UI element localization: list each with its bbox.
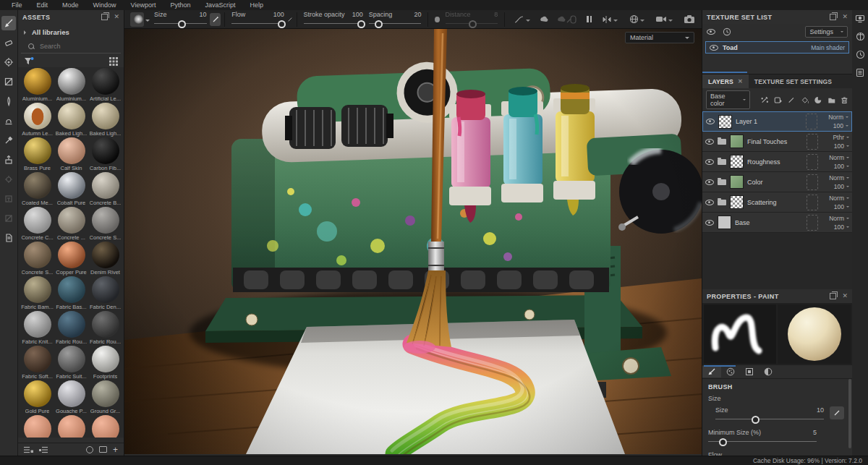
layer-row-layer-1[interactable]: Layer 1Norm100 — [702, 111, 852, 132]
noise-icon[interactable] — [539, 15, 549, 23]
visibility-icon[interactable] — [705, 139, 714, 145]
noise-secondary-icon[interactable] — [556, 15, 566, 23]
asset-item[interactable]: Aluminium... — [54, 67, 88, 102]
clone-tool[interactable] — [1, 114, 16, 128]
log-icon[interactable] — [856, 68, 864, 77]
folder-icon[interactable] — [718, 159, 726, 165]
horizontal-scrollbar[interactable] — [702, 71, 852, 74]
visibility-icon[interactable] — [705, 220, 714, 226]
blend-mode-dropdown[interactable]: Norm — [829, 154, 849, 161]
layer-row-color[interactable]: ColorNorm100 — [702, 172, 852, 192]
asset-item[interactable]: Gouache P... — [54, 380, 88, 414]
asset-item[interactable]: Carbon Fib... — [88, 137, 122, 171]
channel-dropdown[interactable]: Base color — [706, 90, 750, 109]
stroke-preview[interactable] — [704, 304, 776, 364]
opacity-dropdown[interactable]: 100 — [834, 163, 849, 170]
close-panel-icon[interactable]: ✕ — [114, 14, 119, 20]
shading-mode-dropdown[interactable]: Material — [625, 32, 694, 43]
texture-set-settings-dropdown[interactable]: Settings — [805, 26, 848, 38]
blend-mode-dropdown[interactable]: Pthr — [833, 134, 849, 141]
tab-alpha-properties[interactable] — [721, 366, 740, 377]
asset-item[interactable] — [88, 414, 122, 438]
blend-mode-dropdown[interactable]: Norm — [829, 195, 849, 202]
close-panel-icon[interactable]: ✕ — [842, 14, 848, 20]
brush-size-slider[interactable] — [715, 416, 824, 423]
video-camera-icon[interactable] — [656, 15, 674, 24]
blend-mode-dropdown[interactable]: Norm — [829, 174, 849, 182]
grid-view-icon[interactable] — [109, 57, 118, 66]
visibility-icon[interactable] — [705, 159, 714, 165]
layer-row-scattering[interactable]: ScatteringNorm100 — [702, 192, 852, 213]
export-resources-tool[interactable] — [1, 153, 16, 167]
layer-thumbnail[interactable] — [730, 195, 744, 209]
asset-item[interactable]: Footprints — [88, 345, 122, 380]
asset-item[interactable]: Concrete S... — [20, 241, 54, 276]
menu-item-edit[interactable]: Edit — [30, 1, 56, 9]
opacity-dropdown[interactable]: 100 — [834, 223, 849, 231]
asset-item[interactable]: Fabric Rou... — [54, 310, 88, 345]
shader-settings-icon[interactable] — [856, 32, 865, 41]
history-icon[interactable] — [723, 27, 731, 36]
asset-item[interactable]: Autumn Le... — [20, 102, 54, 137]
history-icon[interactable] — [856, 50, 865, 59]
close-panel-icon[interactable]: ✕ — [842, 293, 848, 299]
opacity-dropdown[interactable]: 100 — [834, 203, 849, 210]
size-slider[interactable] — [154, 20, 207, 27]
brush-alpha-preview[interactable] — [130, 12, 144, 27]
filter-icon[interactable] — [24, 57, 34, 66]
asset-item[interactable]: Fabric Den... — [88, 276, 122, 310]
texture-set-row-toad[interactable]: Toad Main shader — [705, 41, 849, 54]
pen-pressure-icon[interactable] — [287, 16, 293, 23]
opacity-dropdown[interactable]: 100 — [833, 122, 848, 129]
document-tool[interactable] — [1, 231, 16, 245]
stroke-opacity-slider[interactable] — [304, 20, 363, 27]
asset-item[interactable]: Copper Pure — [54, 241, 88, 276]
pause-engine-icon[interactable] — [587, 16, 592, 22]
asset-item[interactable]: Concrete ... — [54, 206, 88, 241]
layer-thumbnail[interactable] — [730, 135, 744, 148]
asset-item[interactable]: Gold Pure — [20, 380, 54, 414]
undock-panel-icon[interactable] — [101, 14, 108, 20]
symmetry-icon[interactable] — [602, 15, 619, 24]
paint-brush-tool[interactable] — [1, 16, 16, 30]
asset-item[interactable]: Concrete B... — [88, 171, 122, 206]
settings-tool[interactable] — [1, 172, 16, 187]
asset-item[interactable]: Concrete S... — [88, 206, 122, 241]
menu-item-viewport[interactable]: Viewport — [124, 1, 163, 9]
tab-brush-properties[interactable] — [702, 366, 721, 377]
spacing-slider[interactable] — [369, 20, 422, 27]
detail-view-icon[interactable] — [39, 446, 48, 453]
visibility-icon[interactable] — [705, 200, 714, 205]
asset-item[interactable]: Cobalt Pure — [54, 171, 88, 206]
asset-item[interactable]: Aluminium... — [20, 67, 54, 102]
tab-texture-set-settings[interactable]: TEXTURE SET SETTINGS — [749, 74, 838, 88]
asset-item[interactable] — [20, 414, 54, 438]
asset-item[interactable] — [54, 414, 88, 438]
asset-item[interactable]: Calf Skin — [54, 137, 88, 171]
all-libraries-row[interactable]: All libraries — [18, 24, 124, 39]
distance-slider[interactable] — [446, 20, 498, 27]
layer-row-final-touches[interactable]: Final TouchesPthr100 — [702, 132, 852, 152]
asset-item[interactable]: Coated Me... — [20, 171, 54, 206]
environment-icon[interactable] — [629, 14, 646, 24]
layer-thumbnail[interactable] — [718, 216, 731, 229]
visibility-filter-icon[interactable] — [707, 29, 715, 35]
asset-item[interactable]: Fabric Suit... — [54, 345, 88, 380]
tab-stencil-properties[interactable] — [740, 366, 759, 377]
eraser-tool[interactable] — [1, 35, 16, 50]
undock-panel-icon[interactable] — [830, 293, 836, 299]
add-smart-material-icon[interactable] — [773, 95, 782, 105]
add-paint-layer-icon[interactable] — [787, 95, 796, 105]
asset-item[interactable]: Denim Rivet — [88, 241, 122, 276]
blend-mode-dropdown[interactable]: Norm — [828, 114, 848, 121]
camera-icon[interactable] — [684, 15, 694, 23]
delete-layer-icon[interactable] — [841, 95, 848, 105]
add-effect-icon[interactable] — [760, 95, 769, 105]
asset-item[interactable]: Brass Pure — [20, 137, 54, 171]
layer-thumbnail[interactable] — [718, 115, 732, 129]
asset-item[interactable]: Fabric Bam... — [20, 276, 54, 310]
asset-item[interactable]: Baked Ligh... — [54, 102, 88, 137]
layer-row-base[interactable]: BaseNorm100 — [702, 213, 852, 233]
folder-icon[interactable] — [718, 200, 726, 205]
menu-item-file[interactable]: File — [4, 1, 30, 9]
